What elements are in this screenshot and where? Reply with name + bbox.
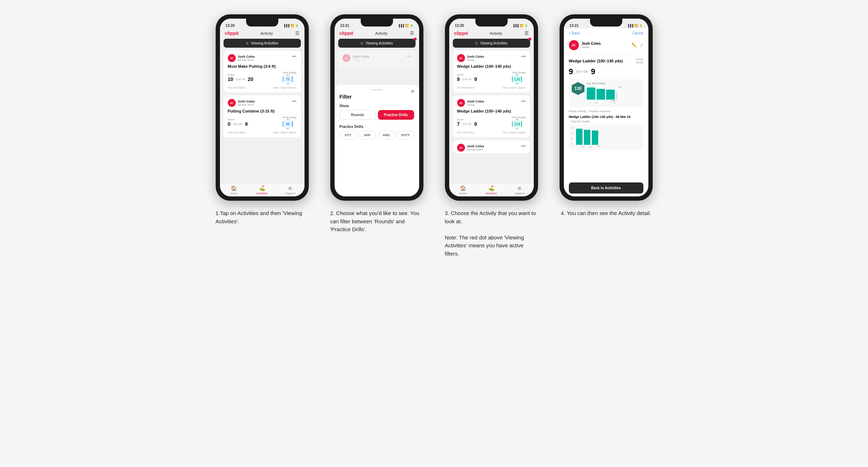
detail-name-4: Josh Coles <box>582 42 601 46</box>
home-icon-3: 🏠 <box>460 185 466 191</box>
caption-2: 2. Choose what you'd like to see. You ca… <box>330 209 423 234</box>
chart-bar-3 <box>606 90 615 100</box>
viewing-activities-bar-2[interactable]: ⚙ Viewing Activities <box>338 39 416 48</box>
user-name-3-2: Josh Coles <box>467 100 484 103</box>
expand-icon-4[interactable]: ⤢ <box>640 43 643 48</box>
notch-2 <box>361 19 393 27</box>
user-date-1-1: 28 Feb 2023 <box>238 58 255 62</box>
activity-card-3-3[interactable]: JC Josh Coles 28 Feb 2023 ••• <box>453 140 530 153</box>
session-bar-1 <box>576 129 582 145</box>
avatar-1-1: JC <box>228 54 236 62</box>
menu-icon-2[interactable]: ☰ <box>410 30 414 36</box>
more-dots-1-1[interactable]: ••• <box>292 54 297 59</box>
drill-app-2[interactable]: APP <box>359 131 376 139</box>
drill-arg-2[interactable]: ARG <box>378 131 395 139</box>
battery-icon-4: 🔋 <box>639 24 643 27</box>
phone-column-4: 13:21 ▐▐▐ 📶 🔋 < Back Cancel JC Jos <box>556 14 656 218</box>
page-container: 13:20 ▐▐▐ 📶 🔋 clippd Activity ☰ ⚙ Viewin… <box>212 14 656 258</box>
avatar-3-1: JC <box>457 54 465 62</box>
score-label-4: Score <box>636 58 643 61</box>
header-title-1: Activity <box>260 31 273 35</box>
more-dots-1-2[interactable]: ••• <box>292 99 297 104</box>
notch-4 <box>590 19 622 27</box>
viewing-activities-bar-3[interactable]: ⚙ Viewing Activities <box>453 39 530 48</box>
card-title-3-2: Wedge Ladder (100–140 yds) <box>457 109 526 113</box>
session-title-4: Wedge Ladder (100–140 yds) - 06 Mar 23 <box>569 115 643 119</box>
app-header-3: clippd Activity ☰ <box>449 28 534 39</box>
wifi-icon-4: 📶 <box>634 24 638 27</box>
capture-icon-1: ⊕ <box>288 185 292 191</box>
phone-column-2: 13:21 ▐▐▐ 📶 🔋 clippd Activity ☰ ⚙ Viewin… <box>327 14 427 234</box>
nav-activities-1[interactable]: ⛳ Activities <box>248 185 276 195</box>
shots-val-3-1: 9 <box>474 76 477 82</box>
drills-label-2: Practice Drills <box>340 125 414 129</box>
user-name-1-1: Josh Coles <box>238 55 255 58</box>
viewing-activities-text-2: Viewing Activities <box>365 41 393 45</box>
user-info-3-1: JC Josh Coles Today <box>457 54 484 62</box>
back-activities-btn-4[interactable]: Back to Activities <box>569 182 643 194</box>
more-dots-3-1[interactable]: ••• <box>521 54 526 59</box>
score-group-1-1: Score 10 OUT OF 20 <box>228 73 253 82</box>
phone-screen-1: 13:20 ▐▐▐ 📶 🔋 clippd Activity ☰ ⚙ Viewin… <box>220 19 304 196</box>
nav-activities-3[interactable]: ⛳ Activities <box>477 185 505 195</box>
nav-home-label-1: Home <box>230 192 238 195</box>
screen-content-1: JC Josh Coles 28 Feb 2023 ••• Must Make … <box>220 51 304 183</box>
activity-card-3-2[interactable]: JC Josh Coles Today ••• Wedge Ladder (10… <box>453 95 530 137</box>
quality-group-1-1: Shot Quality 75 <box>283 71 296 84</box>
card-header-1-2: JC Josh Coles 28 Feb 2023 ••• <box>228 99 297 107</box>
status-icons-3: ▐▐▐ 📶 🔋 <box>512 24 528 27</box>
time-4: 13:21 <box>570 24 579 28</box>
drill-ott-2[interactable]: OTT <box>340 131 357 139</box>
show-label-2: Show <box>340 104 414 108</box>
chart-bar-1 <box>587 87 595 100</box>
nav-home-1[interactable]: 🏠 Home <box>220 185 248 195</box>
status-icons-4: ▐▐▐ 📶 🔋 <box>627 24 642 27</box>
activity-card-1-2[interactable]: JC Josh Coles 28 Feb 2023 ••• Putting Co… <box>224 95 301 137</box>
drill-title-4: Wedge Ladder (100–140 yds) <box>569 59 636 63</box>
avatar-1-2: JC <box>228 99 236 107</box>
activity-card-1-1[interactable]: JC Josh Coles 28 Feb 2023 ••• Must Make … <box>224 51 301 92</box>
chart-bar-2 <box>596 89 605 100</box>
session-label-4: Player Activity · Practice Session <box>569 110 643 113</box>
drill-putt-2[interactable]: PUTT <box>397 131 414 139</box>
notch-3 <box>475 19 508 27</box>
cancel-button-4[interactable]: Cancel <box>632 31 643 35</box>
close-icon-2[interactable]: ✕ <box>411 89 415 94</box>
nav-activities-label-3: Activities <box>486 192 497 195</box>
activities-icon-1: ⛳ <box>259 185 265 191</box>
quality-group-1-2: Shot Quality 45 <box>283 116 296 129</box>
user-date-3-2: Today <box>467 103 484 106</box>
caption-3: 3. Choose the Activity that you want to … <box>445 209 538 258</box>
rounds-toggle-2[interactable]: Rounds <box>340 110 376 120</box>
edit-icon-4[interactable]: ✏️ <box>632 43 637 48</box>
shots-val-3-2: 9 <box>474 121 477 127</box>
phone-frame-1: 13:20 ▐▐▐ 📶 🔋 clippd Activity ☰ ⚙ Viewin… <box>216 14 309 201</box>
menu-icon-3[interactable]: ☰ <box>524 30 529 36</box>
nav-capture-1[interactable]: ⊕ Capture <box>276 185 304 195</box>
detail-title-row-4: Wedge Ladder (100–140 yds) Score Shots <box>569 58 643 64</box>
battery-icon-3: 🔋 <box>524 24 528 27</box>
detail-user-info-4: JC Josh Coles Today <box>569 40 601 50</box>
bottom-nav-3: 🏠 Home ⛳ Activities ⊕ Capture <box>449 183 534 196</box>
capture-icon-3: ⊕ <box>517 185 522 191</box>
battery-icon-1: 🔋 <box>295 24 299 27</box>
card-footer-1-1: Test Information Data: Clippd Capture <box>228 86 297 89</box>
nav-capture-label-1: Capture <box>285 192 295 195</box>
detail-icons-4: ✏️ ⤢ <box>632 43 643 48</box>
phone-screen-2: 13:21 ▐▐▐ 📶 🔋 clippd Activity ☰ ⚙ Viewin… <box>335 19 419 196</box>
quality-hex-4: 130 <box>572 82 585 95</box>
activity-card-3-1[interactable]: JC Josh Coles Today ••• Wedge Ladder (10… <box>453 51 530 92</box>
practice-drills-toggle-2[interactable]: Practice Drills <box>378 110 414 120</box>
nav-home-3[interactable]: 🏠 Home <box>449 185 478 195</box>
score-group-1-2: Score 0 OUT OF 9 <box>228 118 248 127</box>
nav-capture-3[interactable]: ⊕ Capture <box>505 185 534 195</box>
footer-right-1-1: Data: Clippd Capture <box>273 86 296 89</box>
viewing-activities-text-1: Viewing Activities <box>251 41 278 45</box>
back-button-4[interactable]: < Back <box>569 31 580 35</box>
menu-icon-1[interactable]: ☰ <box>295 30 299 36</box>
shots-big-4: 9 <box>591 67 595 76</box>
user-date-3-1: Today <box>467 58 484 62</box>
score-group-3-2: Score 7 OUT OF 9 <box>457 118 477 127</box>
more-dots-3-2[interactable]: ••• <box>521 99 526 104</box>
viewing-activities-bar-1[interactable]: ⚙ Viewing Activities <box>224 39 301 48</box>
